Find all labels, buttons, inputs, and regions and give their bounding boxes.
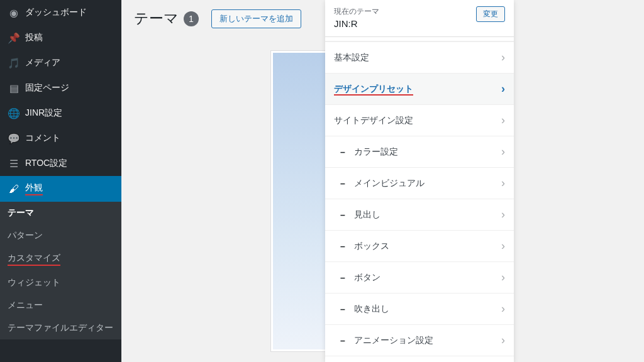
row-main-visual[interactable]: メインビジュアル ›: [325, 168, 514, 199]
sidebar-item-label: RTOC設定: [25, 158, 67, 169]
row-design-preset[interactable]: デザインプリセット ›: [325, 74, 514, 105]
submenu-patterns[interactable]: パターン: [0, 224, 121, 247]
sidebar-item-label: ダッシュボード: [25, 7, 87, 18]
sidebar-item-jinr-settings[interactable]: 🌐 JINR設定: [0, 101, 121, 126]
sidebar-item-comments[interactable]: 💬 コメント: [0, 126, 121, 151]
chevron-right-icon: ›: [501, 145, 505, 158]
row-site-design[interactable]: サイトデザイン設定 ›: [325, 105, 514, 136]
sidebar-item-rtoc-settings[interactable]: ☰ RTOC設定: [0, 151, 121, 176]
row-animation[interactable]: アニメーション設定 ›: [325, 325, 514, 356]
dashboard-icon: ◉: [8, 6, 20, 19]
current-theme-label: 現在のテーマ: [334, 6, 379, 17]
add-theme-button[interactable]: 新しいテーマを追加: [211, 9, 301, 28]
page-title: テーマ: [134, 9, 179, 28]
sidebar-item-label: コメント: [25, 133, 60, 144]
sidebar-item-posts[interactable]: 📌 投稿: [0, 25, 121, 50]
sidebar-item-label: メディア: [25, 57, 60, 69]
chevron-right-icon: ›: [501, 114, 505, 127]
appearance-submenu: テーマ パターン カスタマイズ ウィジェット メニュー テーマファイルエディター: [0, 202, 121, 339]
list-icon: ☰: [8, 157, 20, 170]
submenu-widgets[interactable]: ウィジェット: [0, 272, 121, 294]
row-button[interactable]: ボタン ›: [325, 262, 514, 293]
chevron-right-icon: ›: [501, 302, 505, 315]
panel-body: 基本設定 › デザインプリセット › サイトデザイン設定 › カラー設定 › メ…: [325, 41, 514, 362]
sidebar-item-dashboard[interactable]: ◉ ダッシュボード: [0, 0, 121, 25]
chevron-right-icon: ›: [501, 177, 505, 190]
admin-sidebar: ◉ ダッシュボード 📌 投稿 🎵 メディア ▤ 固定ページ 🌐 JINR設定 💬…: [0, 0, 121, 362]
submenu-themes[interactable]: テーマ: [0, 202, 121, 224]
pin-icon: 📌: [8, 31, 20, 44]
page-icon: ▤: [8, 82, 20, 94]
sidebar-item-pages[interactable]: ▤ 固定ページ: [0, 75, 121, 101]
row-basic-settings[interactable]: 基本設定 ›: [325, 42, 514, 74]
chevron-right-icon: ›: [501, 51, 505, 64]
submenu-customize[interactable]: カスタマイズ: [0, 247, 121, 272]
change-theme-button[interactable]: 変更: [476, 6, 505, 22]
main-area: テーマ 1 新しいテーマを追加 J 現在のテーマ JIN:R 変更 基本設定 ›…: [121, 0, 644, 362]
chevron-right-icon: ›: [501, 239, 505, 253]
chevron-right-icon: ›: [501, 334, 505, 347]
media-icon: 🎵: [8, 57, 20, 69]
chevron-right-icon: ›: [501, 271, 505, 284]
brush-icon: 🖌: [8, 183, 20, 195]
sidebar-item-label: 固定ページ: [25, 82, 69, 94]
customizer-panel: 現在のテーマ JIN:R 変更 基本設定 › デザインプリセット › サイトデザ…: [325, 0, 514, 362]
comment-icon: 💬: [8, 132, 20, 145]
sidebar-item-media[interactable]: 🎵 メディア: [0, 50, 121, 75]
sidebar-item-label: 外観: [25, 182, 43, 195]
row-color-settings[interactable]: カラー設定 ›: [325, 136, 514, 168]
theme-count-badge: 1: [184, 11, 199, 26]
chevron-right-icon: ›: [501, 82, 505, 96]
current-theme-name: JIN:R: [334, 18, 379, 29]
chevron-right-icon: ›: [501, 208, 505, 221]
row-box[interactable]: ボックス ›: [325, 231, 514, 262]
sidebar-item-label: 投稿: [25, 32, 43, 43]
row-balloon[interactable]: 吹き出し ›: [325, 293, 514, 325]
sidebar-item-appearance[interactable]: 🖌 外観: [0, 176, 121, 202]
submenu-theme-file-editor[interactable]: テーマファイルエディター: [0, 317, 121, 339]
row-information[interactable]: インフォメーション設定 ›: [325, 356, 514, 362]
sidebar-item-label: JINR設定: [25, 107, 62, 119]
panel-header: 現在のテーマ JIN:R 変更: [325, 0, 514, 37]
globe-icon: 🌐: [8, 107, 20, 119]
submenu-menus[interactable]: メニュー: [0, 294, 121, 317]
row-heading[interactable]: 見出し ›: [325, 199, 514, 231]
